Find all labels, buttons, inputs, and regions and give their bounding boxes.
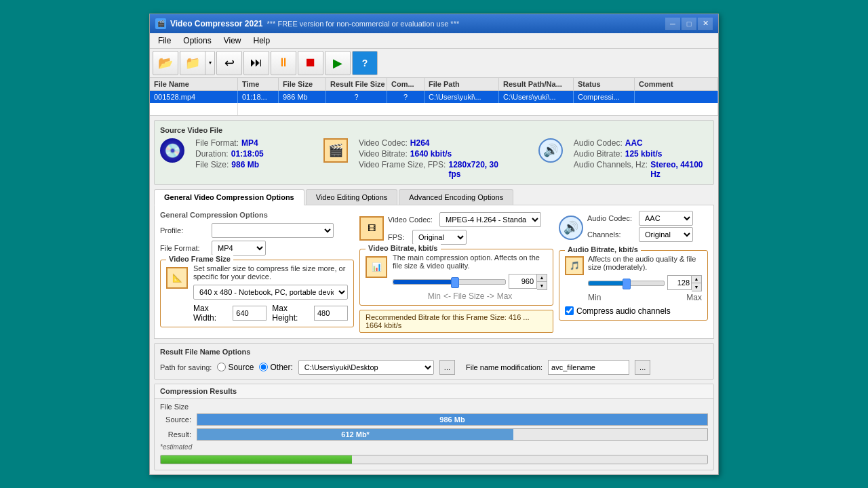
- channels-label: Channels:: [587, 230, 635, 239]
- source-video-section: Source Video File 💿 File Format: MP4 Dur…: [154, 120, 714, 185]
- col-result-size: Result File Size: [326, 78, 387, 90]
- audio-channels-value: Stereo, 44100 Hz: [650, 160, 708, 179]
- general-options-title: General Compression Options: [160, 211, 354, 219]
- add-file-button[interactable]: 📁: [180, 51, 205, 75]
- browse-path-button[interactable]: ...: [439, 360, 455, 375]
- pause-button[interactable]: ⏸: [271, 51, 296, 75]
- progress-bar-section: [155, 455, 713, 470]
- cell-time: 01:18...: [238, 91, 279, 103]
- audio-codec-select[interactable]: AAC: [639, 211, 693, 226]
- max-width-label: Max Width:: [193, 304, 227, 323]
- cell-filesize: 986 Mb: [279, 91, 326, 103]
- stop-button[interactable]: ⏹: [298, 51, 323, 75]
- video-codec-value: H264: [410, 138, 430, 148]
- video-bitrate-label: Video Bitrate:: [359, 149, 408, 159]
- menu-options[interactable]: Options: [178, 35, 216, 47]
- table-row[interactable]: 001528.mp4 01:18... 986 Mb ? ? C:\Users\…: [150, 91, 718, 103]
- menu-file[interactable]: File: [153, 35, 176, 47]
- radio-group: Source Other:: [217, 363, 292, 372]
- audio-spinner-btns: ▲ ▼: [692, 275, 702, 291]
- fps-select[interactable]: Original: [412, 230, 467, 245]
- file-format-select[interactable]: MP4: [212, 241, 266, 256]
- tabs: General Video Compression Options Video …: [154, 189, 714, 205]
- profile-select[interactable]: [212, 223, 334, 238]
- audio-slider-thumb[interactable]: [623, 279, 631, 289]
- arrow-center: Min <- File Size -> Max: [393, 291, 547, 301]
- tabs-container: General Video Compression Options Video …: [154, 189, 714, 339]
- file-list-header: File Name Time File Size Result File Siz…: [150, 78, 718, 91]
- window-subtitle: *** FREE version for non-commercial or e…: [267, 20, 460, 28]
- cell-filename: 001528.mp4: [150, 91, 238, 103]
- path-combo[interactable]: C:\Users\yuki\Desktop: [298, 360, 434, 375]
- bitrate-down-btn[interactable]: ▼: [537, 282, 547, 289]
- source-duration-label: Duration:: [195, 149, 229, 159]
- frame-legend: Video Frame Size: [166, 255, 233, 263]
- source-duration-row: Duration: 01:18:05: [195, 149, 290, 159]
- audio-codec-fields: Audio Codec: AAC Audio Bitrate: 125 kbit…: [574, 138, 708, 179]
- col-filepath: File Path: [425, 78, 499, 90]
- tab-video-editing[interactable]: Video Editing Options: [306, 189, 398, 205]
- bitrate-slider-thumb[interactable]: [451, 277, 459, 288]
- tab-general[interactable]: General Video Compression Options: [154, 189, 304, 205]
- video-codec-select[interactable]: MPEG-4 H.264 - Standar: [439, 212, 541, 227]
- source-radio-text: Source: [228, 363, 254, 372]
- video-codec-icon: 🎬: [323, 138, 348, 163]
- max-height-input[interactable]: [314, 306, 348, 321]
- audio-channels-row: Audio Channels, Hz: Stereo, 44100 Hz: [574, 160, 708, 179]
- audio-down-btn[interactable]: ▼: [692, 283, 701, 291]
- audio-bitrate-legend: Audio Bitrate, kbit/s: [565, 245, 641, 253]
- filename-input[interactable]: [548, 360, 629, 375]
- help-button[interactable]: ?: [352, 51, 378, 75]
- menu-view[interactable]: View: [218, 35, 247, 47]
- open-button[interactable]: 📂: [153, 51, 178, 75]
- max-label: Max: [497, 291, 513, 301]
- source-format-row: File Format: MP4: [195, 138, 290, 148]
- cell-result-size: ?: [326, 91, 387, 103]
- channels-select[interactable]: Original: [639, 227, 693, 242]
- minimize-button[interactable]: ─: [665, 18, 680, 30]
- fps-label: FPS:: [388, 233, 407, 241]
- remove-button[interactable]: ↩: [216, 51, 242, 75]
- profile-row: Profile:: [160, 223, 354, 238]
- frame-size-select[interactable]: 640 x 480 - Notebook, PC, portable devic: [193, 285, 348, 300]
- bitrate-spinner-btns: ▲ ▼: [537, 274, 547, 290]
- video-frame-fieldset: Video Frame Size 📐 Set smaller size to c…: [160, 260, 354, 327]
- window-title: Video Compressor 2021: [170, 19, 263, 28]
- clear-button[interactable]: ⏭: [243, 51, 269, 75]
- comp-results-title: Compression Results: [155, 384, 713, 399]
- source-size-row: File Size: 986 Mb: [195, 160, 290, 169]
- audio-up-btn[interactable]: ▲: [692, 276, 701, 283]
- video-codec-row-main: 🎞 Video Codec: MPEG-4 H.264 - Standar FP…: [359, 211, 553, 246]
- other-radio[interactable]: [259, 363, 268, 371]
- audio-section: 🔊 Audio Codec: AAC Channels:: [559, 211, 708, 321]
- filename-browse-button[interactable]: ...: [635, 360, 650, 375]
- bitrate-icon: 📊: [366, 256, 387, 278]
- close-button[interactable]: ✕: [698, 18, 713, 30]
- source-basic-fields: File Format: MP4 Duration: 01:18:05 File…: [195, 138, 290, 169]
- source-video-icon: 💿: [160, 138, 184, 163]
- play-button[interactable]: ▶: [325, 51, 351, 75]
- general-compression-left: General Compression Options Profile: Fil…: [160, 211, 354, 327]
- source-bar-label: Source:: [160, 415, 191, 424]
- menu-help[interactable]: Help: [248, 35, 276, 47]
- max-width-input[interactable]: [233, 306, 267, 321]
- file-size-title: File Size: [160, 403, 708, 411]
- compress-audio-label: Compress audio channels: [576, 306, 671, 316]
- audio-bitrate-input[interactable]: [667, 275, 692, 290]
- audio-codec-label: Audio Codec:: [574, 138, 623, 148]
- bitrate-up-btn[interactable]: ▲: [537, 274, 547, 282]
- result-bar-track: 612 Mb*: [197, 428, 708, 441]
- add-dropdown[interactable]: ▾: [205, 51, 215, 75]
- audio-slider-track[interactable]: [588, 281, 665, 286]
- compress-audio-checkbox[interactable]: [565, 306, 574, 315]
- result-name-title: Result File Name Options: [160, 348, 708, 356]
- result-bar-row: Result: 612 Mb*: [160, 428, 708, 441]
- titlebar-controls: ─ □ ✕: [665, 18, 713, 30]
- tab-advanced[interactable]: Advanced Encoding Options: [399, 189, 513, 205]
- audio-slider-fill: [589, 281, 627, 285]
- bitrate-input[interactable]: [509, 274, 537, 289]
- maximize-button[interactable]: □: [682, 18, 696, 30]
- other-radio-label: Other:: [259, 363, 292, 372]
- source-radio[interactable]: [217, 363, 226, 371]
- bitrate-slider-track[interactable]: [393, 279, 506, 285]
